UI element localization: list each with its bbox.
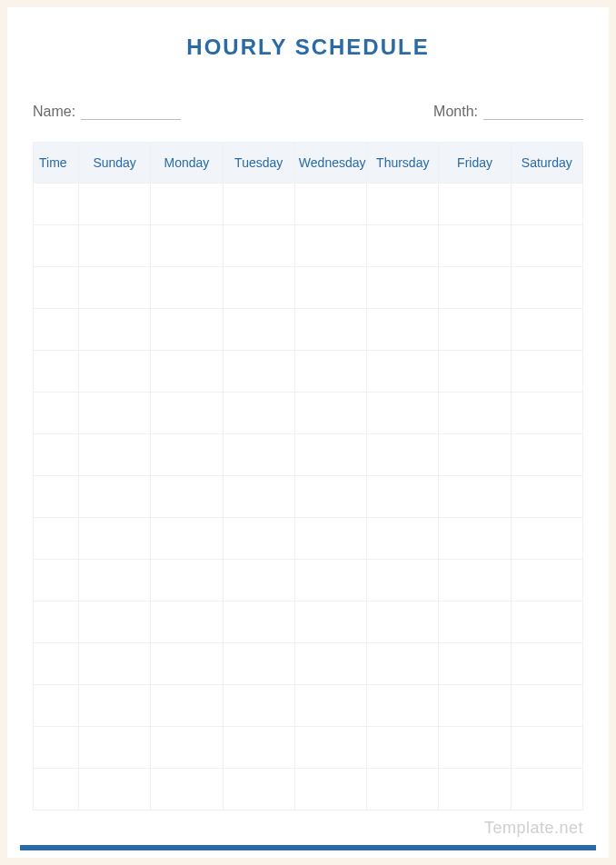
table-cell[interactable] (151, 643, 223, 685)
table-cell[interactable] (439, 267, 511, 309)
table-cell[interactable] (439, 225, 511, 267)
table-cell[interactable] (294, 351, 366, 393)
table-cell[interactable] (34, 393, 79, 434)
table-cell[interactable] (511, 267, 582, 309)
table-cell[interactable] (294, 184, 366, 225)
table-cell[interactable] (151, 267, 223, 309)
table-cell[interactable] (151, 518, 223, 560)
table-cell[interactable] (223, 309, 294, 351)
table-cell[interactable] (34, 602, 79, 643)
table-cell[interactable] (439, 643, 511, 685)
table-cell[interactable] (511, 685, 582, 727)
table-cell[interactable] (151, 393, 223, 434)
table-cell[interactable] (34, 643, 79, 685)
table-cell[interactable] (34, 560, 79, 602)
table-cell[interactable] (151, 351, 223, 393)
table-cell[interactable] (151, 476, 223, 518)
table-cell[interactable] (34, 434, 79, 476)
table-cell[interactable] (34, 476, 79, 518)
table-cell[interactable] (294, 309, 366, 351)
table-cell[interactable] (294, 769, 366, 810)
month-input[interactable] (483, 104, 583, 120)
table-cell[interactable] (151, 225, 223, 267)
table-cell[interactable] (79, 643, 151, 685)
table-cell[interactable] (223, 267, 294, 309)
table-cell[interactable] (294, 560, 366, 602)
name-input[interactable] (81, 104, 181, 120)
table-cell[interactable] (79, 769, 151, 810)
table-cell[interactable] (34, 184, 79, 225)
table-cell[interactable] (223, 184, 294, 225)
table-cell[interactable] (294, 267, 366, 309)
table-cell[interactable] (223, 727, 294, 769)
table-cell[interactable] (367, 309, 439, 351)
table-cell[interactable] (294, 518, 366, 560)
table-cell[interactable] (79, 727, 151, 769)
table-cell[interactable] (439, 476, 511, 518)
table-cell[interactable] (223, 643, 294, 685)
table-cell[interactable] (294, 434, 366, 476)
table-cell[interactable] (151, 727, 223, 769)
table-cell[interactable] (439, 727, 511, 769)
table-cell[interactable] (223, 560, 294, 602)
table-cell[interactable] (34, 267, 79, 309)
table-cell[interactable] (367, 518, 439, 560)
table-cell[interactable] (367, 225, 439, 267)
table-cell[interactable] (367, 184, 439, 225)
table-cell[interactable] (151, 602, 223, 643)
table-cell[interactable] (223, 225, 294, 267)
table-cell[interactable] (439, 769, 511, 810)
table-cell[interactable] (367, 643, 439, 685)
table-cell[interactable] (367, 685, 439, 727)
table-cell[interactable] (294, 727, 366, 769)
table-cell[interactable] (439, 602, 511, 643)
table-cell[interactable] (439, 518, 511, 560)
table-cell[interactable] (294, 476, 366, 518)
table-cell[interactable] (439, 393, 511, 434)
table-cell[interactable] (151, 685, 223, 727)
table-cell[interactable] (511, 184, 582, 225)
table-cell[interactable] (367, 476, 439, 518)
table-cell[interactable] (34, 685, 79, 727)
table-cell[interactable] (511, 393, 582, 434)
table-cell[interactable] (439, 309, 511, 351)
table-cell[interactable] (511, 727, 582, 769)
table-cell[interactable] (294, 643, 366, 685)
table-cell[interactable] (367, 267, 439, 309)
table-cell[interactable] (79, 476, 151, 518)
table-cell[interactable] (511, 560, 582, 602)
table-cell[interactable] (294, 685, 366, 727)
table-cell[interactable] (79, 434, 151, 476)
table-cell[interactable] (151, 769, 223, 810)
table-cell[interactable] (223, 476, 294, 518)
table-cell[interactable] (439, 184, 511, 225)
table-cell[interactable] (511, 518, 582, 560)
table-cell[interactable] (367, 560, 439, 602)
table-cell[interactable] (223, 393, 294, 434)
table-cell[interactable] (294, 602, 366, 643)
table-cell[interactable] (294, 393, 366, 434)
table-cell[interactable] (151, 309, 223, 351)
table-cell[interactable] (223, 769, 294, 810)
table-cell[interactable] (511, 351, 582, 393)
table-cell[interactable] (511, 602, 582, 643)
table-cell[interactable] (511, 643, 582, 685)
table-cell[interactable] (79, 393, 151, 434)
table-cell[interactable] (79, 267, 151, 309)
table-cell[interactable] (34, 727, 79, 769)
table-cell[interactable] (79, 184, 151, 225)
table-cell[interactable] (367, 351, 439, 393)
table-cell[interactable] (511, 769, 582, 810)
table-cell[interactable] (223, 685, 294, 727)
table-cell[interactable] (439, 560, 511, 602)
table-cell[interactable] (511, 476, 582, 518)
table-cell[interactable] (79, 602, 151, 643)
table-cell[interactable] (151, 560, 223, 602)
table-cell[interactable] (367, 602, 439, 643)
table-cell[interactable] (151, 434, 223, 476)
table-cell[interactable] (439, 434, 511, 476)
table-cell[interactable] (367, 434, 439, 476)
table-cell[interactable] (151, 184, 223, 225)
table-cell[interactable] (223, 434, 294, 476)
table-cell[interactable] (34, 309, 79, 351)
